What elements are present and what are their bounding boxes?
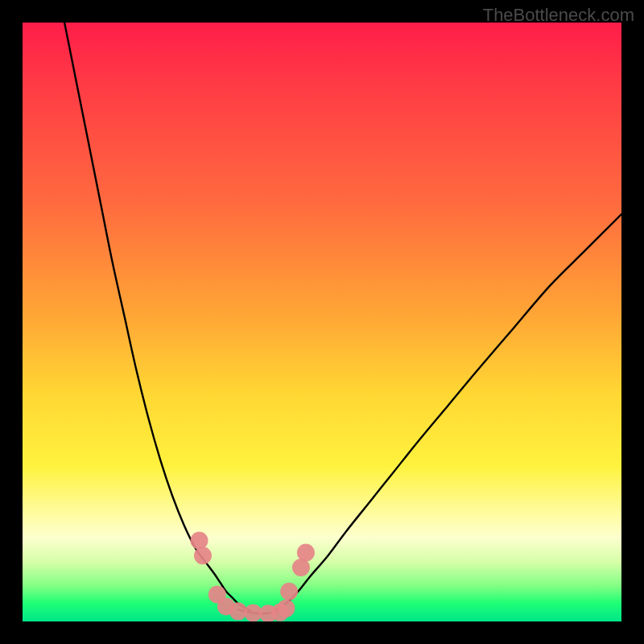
plot-area <box>23 23 621 621</box>
data-point <box>190 532 208 550</box>
data-point <box>297 543 315 561</box>
data-point <box>292 559 310 576</box>
data-point <box>280 583 298 601</box>
curve-left-curve <box>64 23 250 611</box>
data-point <box>194 547 212 564</box>
chart-svg <box>23 23 621 621</box>
watermark-text: TheBottleneck.com <box>483 5 634 26</box>
curve-group <box>64 23 621 613</box>
data-point <box>229 602 247 620</box>
data-point <box>277 600 295 617</box>
data-points-group <box>190 532 314 621</box>
curve-right-curve <box>274 214 621 611</box>
chart-container: TheBottleneck.com <box>0 0 644 644</box>
